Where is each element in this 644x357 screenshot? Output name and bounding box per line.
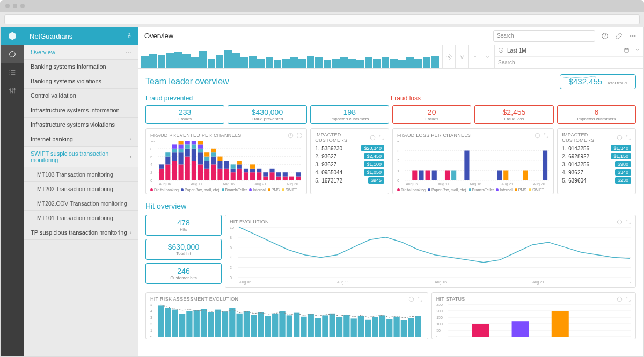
svg-rect-79 <box>250 164 255 168</box>
help-icon[interactable] <box>616 134 623 141</box>
nav-dashboard-icon[interactable] <box>1 45 24 63</box>
svg-rect-173 <box>308 314 314 337</box>
svg-rect-40 <box>185 157 190 180</box>
export-icon[interactable] <box>469 45 481 68</box>
sidebar-subitem[interactable]: MT101 Transaction monitoring <box>24 211 138 225</box>
help-icon[interactable] <box>408 296 415 302</box>
svg-text:3: 3 <box>150 316 152 319</box>
customer-row[interactable]: 5.639604$230 <box>562 177 631 184</box>
svg-rect-75 <box>244 172 248 180</box>
svg-rect-157 <box>194 310 200 337</box>
svg-rect-72 <box>237 169 242 180</box>
fraud-prevented-channels-panel: FRAUD PREVENTED PER CHANNELS 0246810Aug … <box>145 128 307 194</box>
svg-rect-90 <box>289 177 294 180</box>
customer-row[interactable]: 3.93627$1,100 <box>315 161 384 167</box>
nav-settings-icon[interactable] <box>1 82 24 100</box>
more-icon[interactable] <box>628 32 637 40</box>
chevron-down-icon[interactable] <box>481 45 494 68</box>
sidebar-item[interactable]: Infrastructure systems information <box>24 103 138 118</box>
svg-rect-181 <box>365 320 371 337</box>
customer-row[interactable]: 2.6928922$1,150 <box>562 153 631 159</box>
filter-icon[interactable] <box>456 45 469 68</box>
customer-row[interactable]: 4.0955044$1,050 <box>315 169 384 176</box>
customer-row[interactable]: 4.93627$340 <box>562 169 631 176</box>
fraud-loss-channels-panel: FRAUD LOSS PER CHANNELS 01234Aug 06Aug 1… <box>392 128 554 194</box>
svg-rect-184 <box>386 319 392 337</box>
expand-icon[interactable] <box>296 132 302 139</box>
url-input[interactable] <box>4 14 640 24</box>
help-icon[interactable] <box>287 132 294 139</box>
search-input[interactable]: Search <box>493 30 595 42</box>
expand-icon[interactable] <box>378 134 384 141</box>
timeline-chart[interactable] <box>138 45 442 68</box>
clock-icon <box>498 47 504 54</box>
svg-rect-165 <box>251 315 257 337</box>
svg-rect-42 <box>185 144 190 148</box>
svg-rect-38 <box>179 144 184 148</box>
brand-icon <box>1 27 24 45</box>
sidebar-item[interactable]: Internet banking› <box>24 132 138 147</box>
customer-row[interactable]: 2.93627$2,450 <box>315 153 384 159</box>
sidebar-item[interactable]: Banking systems information <box>24 60 138 74</box>
icon-rail <box>1 27 24 356</box>
date-search-input[interactable]: Search <box>495 57 643 68</box>
customer-row[interactable]: 3.0143256$980 <box>562 161 631 167</box>
expand-icon[interactable] <box>417 296 423 302</box>
help-icon[interactable] <box>369 134 376 141</box>
sidebar-item[interactable]: Overview··· <box>24 45 138 60</box>
svg-text:Aug 11: Aug 11 <box>191 182 202 186</box>
svg-rect-188 <box>415 316 421 337</box>
svg-text:Aug 16: Aug 16 <box>435 280 447 285</box>
sidebar-item[interactable]: Infrastructure systems violations <box>24 118 138 132</box>
sidebar-item[interactable]: SWIFT suspicious transaction monitoring› <box>24 147 138 167</box>
sidebar-subitem[interactable]: MT202.COV Transaction monitoring <box>24 196 138 211</box>
svg-rect-172 <box>301 317 306 337</box>
svg-rect-186 <box>401 320 407 337</box>
chevron-down-icon[interactable] <box>635 47 640 54</box>
help-icon[interactable] <box>616 296 623 302</box>
help-icon[interactable] <box>534 132 540 139</box>
hit-status-panel: HIT STATUS 050100150200250 <box>431 292 636 339</box>
help-icon[interactable] <box>601 32 609 40</box>
link-icon[interactable] <box>614 32 623 40</box>
svg-rect-60 <box>211 164 216 180</box>
svg-rect-80 <box>257 172 261 180</box>
svg-rect-41 <box>185 149 190 157</box>
calendar-icon[interactable] <box>624 47 630 54</box>
svg-rect-163 <box>236 314 242 337</box>
svg-rect-113 <box>432 171 437 181</box>
expand-icon[interactable] <box>625 134 631 141</box>
hit-evolution-panel: HIT EVOLUTION 0246810Aug 06Aug 11Aug 16A… <box>225 215 636 288</box>
svg-rect-119 <box>523 171 528 181</box>
svg-rect-162 <box>229 308 235 337</box>
svg-point-99 <box>535 133 539 137</box>
main-area: Overview Search Last 1M <box>138 27 643 356</box>
customer-row[interactable]: 1.5389230$20,340 <box>315 145 384 151</box>
svg-text:2: 2 <box>230 266 232 269</box>
date-range-label[interactable]: Last 1M <box>507 48 526 54</box>
svg-text:10: 10 <box>150 141 155 143</box>
svg-rect-179 <box>351 318 357 337</box>
svg-text:1: 1 <box>150 329 152 332</box>
pin-icon[interactable] <box>126 32 133 40</box>
svg-text:10: 10 <box>230 227 234 229</box>
gear-icon[interactable] <box>443 45 456 68</box>
svg-rect-166 <box>258 312 264 337</box>
expand-icon[interactable] <box>625 296 631 302</box>
sidebar-item[interactable]: Banking systems violations <box>24 74 138 89</box>
customer-row[interactable]: 1.0143256$1,340 <box>562 145 631 151</box>
customer-row[interactable]: 5.1673172$945 <box>315 177 384 184</box>
expand-icon[interactable] <box>543 132 549 139</box>
help-icon[interactable] <box>616 218 623 225</box>
sidebar-subitem[interactable]: MT103 Transaction monitoring <box>24 167 138 182</box>
nav-tasks-icon[interactable] <box>1 63 24 82</box>
sidebar-subitem[interactable]: MT202 Transaction monitoring <box>24 182 138 196</box>
svg-text:2: 2 <box>150 322 152 326</box>
sidebar-item[interactable]: TP suspicious transaction monitoring› <box>24 225 138 240</box>
sidebar-item[interactable]: Control validation <box>24 89 138 103</box>
svg-rect-171 <box>294 313 299 337</box>
expand-icon[interactable] <box>625 218 631 225</box>
stat-card: 198Impacted customers <box>310 105 389 124</box>
svg-point-9 <box>448 56 450 57</box>
content-scroll[interactable]: Team leader overview $432,455 Total frau… <box>138 69 643 356</box>
